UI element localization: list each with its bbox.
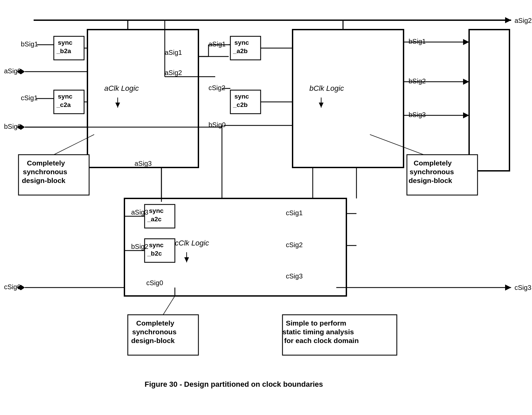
note-label2: static timing analysis bbox=[279, 323, 334, 329]
sync-c2b-label2: _c2b bbox=[230, 90, 241, 96]
asig0-label: aSig0 bbox=[5, 63, 17, 68]
sync-b2c-label: sync bbox=[149, 235, 160, 240]
sync-a2c-label2: _a2c bbox=[148, 210, 158, 215]
bottom-block-label: Completely bbox=[133, 315, 162, 320]
asig1-mid-label: aSig1 bbox=[192, 45, 204, 51]
svg-marker-17 bbox=[316, 86, 320, 91]
asig1-right-label: aSig1 bbox=[207, 38, 219, 43]
csig3-right-label: cSig3 bbox=[508, 281, 520, 287]
asig3-label: aSig3 bbox=[135, 165, 147, 171]
svg-marker-10 bbox=[18, 112, 25, 117]
bsig1-left-label: bSig1 bbox=[18, 38, 31, 43]
sync-c2a-label: sync bbox=[50, 87, 61, 92]
csig1-left-label2: cSig1 bbox=[18, 88, 30, 93]
right-block-label2: synchronous bbox=[409, 162, 443, 167]
svg-marker-41 bbox=[499, 281, 504, 287]
aclk-logic-label: aClk Logic bbox=[91, 69, 116, 75]
sync-c2b-label: sync bbox=[231, 84, 242, 89]
sync-a2c-label: sync bbox=[149, 203, 160, 209]
sync-a2b-label2: _a2b bbox=[230, 43, 241, 49]
svg-line-43 bbox=[51, 128, 74, 148]
bottom-block-label2: synchronous bbox=[129, 323, 163, 329]
sync-b2a-label: sync bbox=[50, 37, 61, 42]
asig2-top-label: aSig2 bbox=[508, 16, 520, 21]
csig2-left-label: cSig2 bbox=[207, 85, 219, 90]
asig2-inner-label: aSig2 bbox=[156, 65, 168, 70]
cclk-logic-label: cClk Logic bbox=[178, 234, 203, 240]
bsig0-left-label: bSig0 bbox=[5, 112, 17, 117]
figure-caption: Figure 30 - Design partitioned on clock … bbox=[168, 375, 314, 381]
csig2-right-label: cSig2 bbox=[272, 234, 284, 240]
csig1-right-label: cSig1 bbox=[272, 206, 284, 211]
left-block-label2: synchronous bbox=[24, 162, 58, 167]
csig0-inner-label: cSig0 bbox=[161, 278, 173, 284]
svg-rect-15 bbox=[289, 27, 404, 172]
csig3-left-label: cSig3 bbox=[269, 278, 281, 284]
sync-b2a-label2: _b2a bbox=[48, 43, 60, 49]
svg-marker-38 bbox=[18, 282, 25, 287]
asig3-bottom-label: aSig3 bbox=[126, 204, 138, 210]
sync-a2b-label: sync bbox=[231, 37, 242, 42]
sync-c2a-label2: _c2a bbox=[48, 94, 59, 99]
svg-marker-8 bbox=[18, 63, 25, 68]
svg-marker-1 bbox=[499, 16, 504, 21]
bclk-logic-label: bClk Logic bbox=[306, 69, 331, 75]
svg-line-45 bbox=[370, 128, 420, 148]
bsig2-bottom-label: bSig2 bbox=[126, 236, 138, 241]
bsig0-right-label: bSig0 bbox=[207, 112, 219, 117]
svg-marker-33 bbox=[188, 250, 192, 255]
bottom-block-label3: design-block bbox=[128, 332, 161, 337]
left-block-label3: design-block bbox=[22, 170, 55, 176]
svg-line-47 bbox=[157, 296, 178, 309]
asig1-left-label: aSig1 bbox=[156, 46, 168, 51]
svg-marker-4 bbox=[101, 86, 105, 91]
diagram-container: aSig2 aClk Logic sync _b2a bSig1 sync _c… bbox=[0, 0, 532, 415]
sync-b2c-label2: _b2c bbox=[148, 242, 159, 247]
note-label3: for each clock domain bbox=[281, 332, 338, 337]
right-block-label3: design-block bbox=[407, 170, 440, 176]
right-block-label: Completely bbox=[412, 153, 441, 159]
note-label1: Simple to perform bbox=[281, 315, 327, 320]
csig0-label: cSig0 bbox=[5, 281, 17, 287]
csig3-inner-label: cSig3 bbox=[272, 265, 284, 270]
left-block-label: Completely bbox=[27, 153, 56, 159]
svg-rect-2 bbox=[74, 27, 188, 172]
